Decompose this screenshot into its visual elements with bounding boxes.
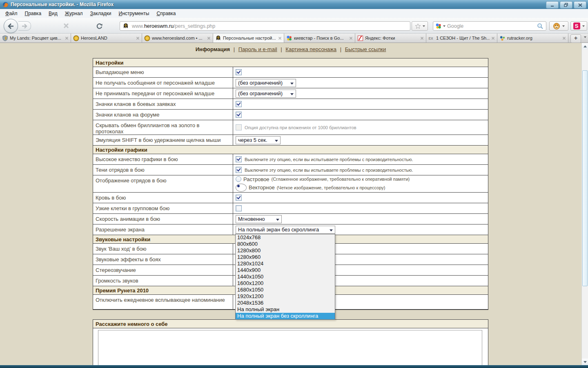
checkbox[interactable] [236, 167, 242, 173]
search-input[interactable]: Google [447, 23, 537, 29]
tab-close-icon[interactable] [420, 34, 424, 42]
row-control: Растровое(Сглаженное изображение, требов… [233, 175, 488, 192]
title-bar: Персональные настройки. - Mozilla Firefo… [0, 0, 588, 9]
page-nav-link-quicklinks[interactable]: Быстрые ссылки [345, 46, 386, 52]
resolution-select[interactable]: На полный экран без скроллинга [236, 226, 335, 234]
dropdown-option[interactable]: 588x368 [236, 267, 335, 274]
url-bar[interactable]: www.heroeswm.ru/pers_settings.php [120, 21, 410, 31]
dropdown-option[interactable]: На полный экран без скроллинга [236, 313, 335, 319]
dropdown-option[interactable]: 1600x1200 [236, 280, 335, 287]
checkbox[interactable] [236, 101, 242, 107]
page-nav-link-password[interactable]: Пароль и e-mail [238, 46, 277, 52]
tab-3[interactable]: www.heroesland.com • ... [142, 34, 213, 43]
tab-close-icon[interactable] [207, 34, 211, 42]
tab-5[interactable]: киевстар - Поиск в Go... [284, 34, 355, 43]
window-title: Персональные настройки. - Mozilla Firefo… [11, 2, 114, 7]
vertical-scrollbar[interactable] [581, 43, 588, 365]
checkbox[interactable] [236, 69, 242, 75]
radio-button[interactable] [236, 176, 241, 182]
menu-help[interactable]: Справка [153, 10, 179, 17]
forward-button[interactable] [18, 21, 31, 31]
select[interactable]: Мгновенно [236, 215, 282, 223]
checkbox[interactable] [236, 195, 242, 201]
select-value: На полный экран без скроллинга [238, 227, 319, 233]
tab-close-icon[interactable] [562, 34, 566, 42]
menu-history[interactable]: Журнал [61, 10, 87, 17]
menu-edit[interactable]: Правка [21, 10, 45, 17]
google-engine-icon[interactable] [435, 23, 442, 29]
checkbox[interactable] [236, 205, 242, 211]
select-arrow-icon [290, 93, 294, 95]
tab-close-icon[interactable] [136, 34, 140, 42]
window-bottom-edge [0, 365, 588, 368]
select[interactable]: (без ограничений) [236, 90, 296, 98]
dropdown-option[interactable]: 1024x768 [236, 234, 335, 241]
search-box[interactable]: Google [433, 21, 546, 31]
scroll-down-button[interactable] [582, 359, 588, 365]
addon-monkey-button[interactable] [549, 21, 568, 31]
scrollbar-thumb[interactable] [582, 70, 588, 286]
tab-close-icon[interactable] [65, 34, 69, 42]
dropdown-option[interactable]: 1280x800 [236, 247, 335, 254]
radio-option[interactable]: Векторное(Четкое изображение, требовател… [236, 184, 385, 192]
dropdown-option[interactable]: На полный экран [236, 306, 335, 313]
dropdown-option[interactable]: 1280x1024 [236, 260, 335, 267]
bookmark-dropdown-icon[interactable] [423, 25, 425, 27]
bookmark-star-button[interactable] [412, 21, 428, 31]
menu-file[interactable]: Файл [2, 10, 21, 17]
addon-s-dropdown-icon[interactable] [582, 25, 585, 27]
restore-button[interactable] [560, 1, 572, 9]
checkbox[interactable] [236, 112, 242, 118]
dropdown-option[interactable]: 1920x1200 [236, 293, 335, 300]
addon-s-button[interactable]: S [570, 21, 587, 31]
minimize-button[interactable] [546, 1, 559, 9]
s-logo-icon: S [573, 22, 580, 29]
page-nav-link-avatar[interactable]: Картинка персонажа [285, 46, 336, 52]
tab-overflow-icon[interactable] [584, 36, 586, 38]
back-button[interactable] [4, 19, 18, 33]
dropdown-option[interactable]: 1680x1050 [236, 287, 335, 293]
dropdown-option[interactable]: 1280x960 [236, 254, 335, 260]
tab-close-icon[interactable] [278, 34, 282, 42]
tab-2[interactable]: HeroesLAND [71, 34, 142, 43]
section-header: Настройки графики [93, 146, 488, 154]
select[interactable]: (без ограничений) [236, 79, 296, 87]
menu-bookmarks[interactable]: Закладки [87, 10, 115, 17]
dropdown-option[interactable]: 800x600 [236, 241, 335, 247]
tab-close-icon[interactable] [491, 34, 495, 42]
row-label: Высокое качество графики в бою [93, 154, 233, 164]
forward-arrow-icon [22, 24, 27, 29]
search-magnifier-icon[interactable] [537, 23, 543, 29]
dropdown-option[interactable]: 2048x1536 [236, 300, 335, 306]
radio-button[interactable] [236, 184, 247, 192]
tab-4[interactable]: Персональные настрой... [213, 34, 284, 43]
stop-button[interactable] [61, 22, 71, 30]
row-control [233, 203, 488, 213]
select[interactable]: через 5 сек. [236, 136, 281, 144]
tab-label: Яндекс: Фотки [365, 36, 419, 40]
settings-row: Скрывать обмен бриллиантов на золото в п… [93, 120, 488, 135]
menu-tools[interactable]: Инструменты [115, 10, 153, 17]
reload-button[interactable] [94, 22, 105, 30]
search-engine-dropdown-icon[interactable] [443, 25, 445, 27]
dropdown-option[interactable]: 1440x1050 [236, 274, 335, 280]
tab-6[interactable]: Яндекс: Фотки [355, 34, 426, 43]
menu-view[interactable]: Вид [45, 10, 61, 17]
checkbox[interactable] [236, 156, 242, 162]
tab-1[interactable]: My Lands: Расцвет цив... [0, 34, 71, 43]
tab-close-icon[interactable] [349, 34, 353, 42]
close-button[interactable] [574, 1, 586, 9]
monkey-icon [553, 22, 560, 30]
about-textarea[interactable] [98, 330, 482, 365]
radio-option[interactable]: Растровое(Сглаженное изображение, требов… [236, 176, 410, 182]
settings-row: Высокое качество графики в боюВыключите … [93, 154, 488, 165]
new-tab-button[interactable]: + [570, 34, 581, 43]
addon-monkey-dropdown-icon[interactable] [562, 25, 565, 27]
control-note: Опция доступна при вложениях от 1000 бри… [245, 125, 356, 130]
tab-7[interactable]: EX1 СЕЗОН - Щит / The Sh... [426, 34, 497, 43]
tab-8[interactable]: rutracker.org [497, 34, 568, 43]
page-nav-separator: | [340, 46, 341, 52]
scroll-up-button[interactable] [582, 43, 588, 49]
settings-row: Выпадающее меню [93, 67, 488, 78]
row-label: Кровь в бою [93, 193, 233, 203]
